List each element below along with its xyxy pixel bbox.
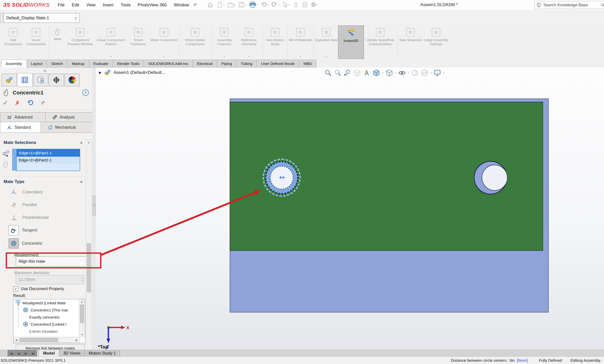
tree-item-deviation[interactable]: 0.8mm Deviation xyxy=(13,328,85,335)
task-list-button[interactable] xyxy=(302,2,308,8)
selection-item[interactable]: Edge<1>@Part1-1 xyxy=(17,149,80,157)
spin-up-icon[interactable]: ▲ xyxy=(81,276,83,279)
right-hole-blue-plate[interactable] xyxy=(482,165,508,191)
chevron-down-icon[interactable]: ▾ xyxy=(163,55,165,58)
toolbar-grip[interactable] xyxy=(1,12,3,23)
tab-mechanical-mates[interactable]: Mechanical xyxy=(41,122,99,133)
mate-type-concentric[interactable]: Concentric xyxy=(9,237,42,250)
tab-assembly[interactable]: Assembly xyxy=(1,60,27,68)
chevron-down-icon[interactable]: ▾ xyxy=(267,4,269,6)
section-view-icon[interactable] xyxy=(353,69,361,77)
panel-scrollbar[interactable]: ▲ ▼ xyxy=(86,140,92,364)
result-tree[interactable]: Misaligned3 [Linked Mate Concentric1 [Th… xyxy=(13,299,85,343)
chevron-down-icon[interactable]: ▾ xyxy=(278,4,279,6)
chevron-down-icon[interactable]: ▾ xyxy=(408,72,409,74)
chevron-down-icon[interactable]: ▾ xyxy=(245,4,246,6)
undo-icon[interactable] xyxy=(27,100,33,106)
checkbox-checked-icon[interactable]: ✓ xyxy=(13,286,18,291)
ribbon-button-mate[interactable]: Mate xyxy=(50,25,65,59)
panel-splitter[interactable] xyxy=(92,68,96,350)
scroll-up-icon[interactable]: ▲ xyxy=(79,300,85,304)
ribbon-button-bill-of-materials[interactable]: Bill of Materials▾ xyxy=(289,25,312,59)
view-orientation-icon[interactable] xyxy=(373,69,380,77)
new-document-button[interactable]: ▾ xyxy=(216,2,225,8)
tab-motion-study-1[interactable]: Motion Study 1 xyxy=(85,350,120,357)
breadcrumb[interactable]: ▶ Assem1 (Default<Default... xyxy=(99,69,165,76)
chevron-down-icon[interactable]: ▾ xyxy=(257,4,258,6)
zoom-to-fit-icon[interactable] xyxy=(324,69,332,77)
tree-item-concentric4[interactable]: Concentric4 [Linked r xyxy=(13,321,85,328)
scroll-down-icon[interactable]: ▼ xyxy=(79,333,85,337)
select-button[interactable]: ▾ xyxy=(282,2,290,8)
chevron-down-icon[interactable]: ▾ xyxy=(234,4,236,6)
tab-electrical[interactable]: Electrical xyxy=(192,60,217,68)
tab-model[interactable]: Model xyxy=(39,350,59,357)
touch-mode-button[interactable] xyxy=(293,2,299,8)
ribbon-button-smart-fasteners[interactable]: Smart Fasteners xyxy=(127,25,150,59)
tab-solidworks-add-ins[interactable]: SOLIDWORKS Add-Ins xyxy=(144,60,193,68)
previous-view-icon[interactable] xyxy=(344,69,351,77)
misalignment-dropdown[interactable]: Align this mate ∨ xyxy=(16,256,90,267)
tab-dimxpert-manager[interactable] xyxy=(49,74,64,86)
ribbon-button-move-component[interactable]: Move Component▾ xyxy=(150,25,178,59)
panel-grip-dot[interactable] xyxy=(44,70,46,72)
tab-configuration-manager[interactable] xyxy=(33,74,48,86)
left-hole-ring[interactable]: ++ xyxy=(265,161,298,194)
mate-selections-listbox[interactable]: Edge<1>@Part1-1 Edge<2>@Part2-1 xyxy=(16,149,80,171)
scrollbar-thumb[interactable] xyxy=(87,243,91,292)
menu-file[interactable]: File xyxy=(54,0,68,10)
splitter-handle[interactable] xyxy=(93,195,96,216)
expand-arrow-icon[interactable]: ▶ xyxy=(99,71,102,74)
view-settings-icon[interactable] xyxy=(433,69,441,77)
display-state-dropdown[interactable]: Default_Display State-1 ∨ xyxy=(4,13,80,23)
print-button[interactable]: ▾ xyxy=(249,1,258,8)
redo-button[interactable]: ▾ xyxy=(271,2,279,8)
tab-tubing[interactable]: Tubing xyxy=(236,60,257,68)
last-tab-button[interactable]: ▶| xyxy=(30,350,37,357)
hide-show-items-icon[interactable] xyxy=(398,69,406,77)
open-button[interactable]: ▾ xyxy=(227,2,236,8)
ribbon-button-exploded-view[interactable]: Exploded View▾ xyxy=(315,25,338,59)
spinner-arrows[interactable]: ▲▼ xyxy=(80,275,84,284)
tree-item-exactly-concentric[interactable]: Exactly concentric xyxy=(13,313,85,321)
tab-property-manager[interactable] xyxy=(17,73,32,87)
mate-type-coincident[interactable]: Coincident xyxy=(9,186,43,198)
scroll-right-icon[interactable]: ▶ xyxy=(74,339,79,341)
tab-user-defined-route[interactable]: User Defined Route xyxy=(257,60,299,68)
ribbon-button-reference-geometry[interactable]: Reference Geometry▾ xyxy=(236,25,262,59)
tree-item-concentric1[interactable]: Concentric1 [This mat xyxy=(13,306,85,313)
menu-insert[interactable]: Insert xyxy=(99,0,117,10)
ribbon-button-new-motion-study[interactable]: New Motion Study xyxy=(264,25,286,59)
ribbon-button-edit-component[interactable]: Edit Component xyxy=(2,25,24,59)
mate-type-tangent[interactable]: Tangent xyxy=(9,224,37,237)
help-icon[interactable]: ? xyxy=(82,89,89,96)
mate-type-header[interactable]: Mate Type ∧ xyxy=(4,179,83,184)
graphics-viewport[interactable]: ▶ Assem1 (Default<Default... ▾ ▾ ▾ ▾ ▾ xyxy=(96,68,604,350)
apply-scene-icon[interactable] xyxy=(421,69,428,77)
tab-piping[interactable]: Piping xyxy=(217,60,237,68)
tree-horizontal-scrollbar[interactable]: ◀ ▶ xyxy=(13,337,80,343)
chevron-down-icon[interactable]: ▾ xyxy=(289,4,290,6)
menu-photoview360[interactable]: PhotoView 360 xyxy=(134,0,170,10)
ribbon-button-component-preview-window[interactable]: Component Preview Window xyxy=(65,25,95,59)
save-button[interactable]: ▾ xyxy=(238,2,246,8)
menu-tools[interactable]: Tools xyxy=(117,0,134,10)
home-button[interactable] xyxy=(207,2,214,8)
chevron-down-icon[interactable]: ▾ xyxy=(443,72,444,74)
tab-markup[interactable]: Markup xyxy=(67,60,89,68)
tab-mbd[interactable]: MBD xyxy=(299,60,316,68)
ribbon-button-take-snapshot[interactable]: Take Snapshot xyxy=(399,25,422,59)
tab-display-manager[interactable] xyxy=(64,74,80,86)
scrollbar-thumb[interactable] xyxy=(20,338,58,342)
selection-item[interactable]: Edge<2>@Part2-1 xyxy=(17,157,80,163)
ribbon-button-assembly-features[interactable]: Assembly Features▾ xyxy=(212,25,236,59)
display-style-icon[interactable] xyxy=(385,69,393,77)
tab-3d-views[interactable]: 3D Views xyxy=(59,350,85,357)
ok-check-icon[interactable]: ✓ xyxy=(3,100,8,106)
collapse-chevron-icon[interactable]: ∧ xyxy=(80,179,83,184)
chevron-down-icon[interactable]: ▾ xyxy=(326,55,327,58)
cancel-x-icon[interactable]: ✗ xyxy=(15,100,20,106)
scroll-left-icon[interactable]: ◀ xyxy=(14,339,19,341)
options-button[interactable]: ⚙▾ xyxy=(311,1,318,8)
knowledge-base-search[interactable]: Search Knowledge Base xyxy=(534,1,604,9)
